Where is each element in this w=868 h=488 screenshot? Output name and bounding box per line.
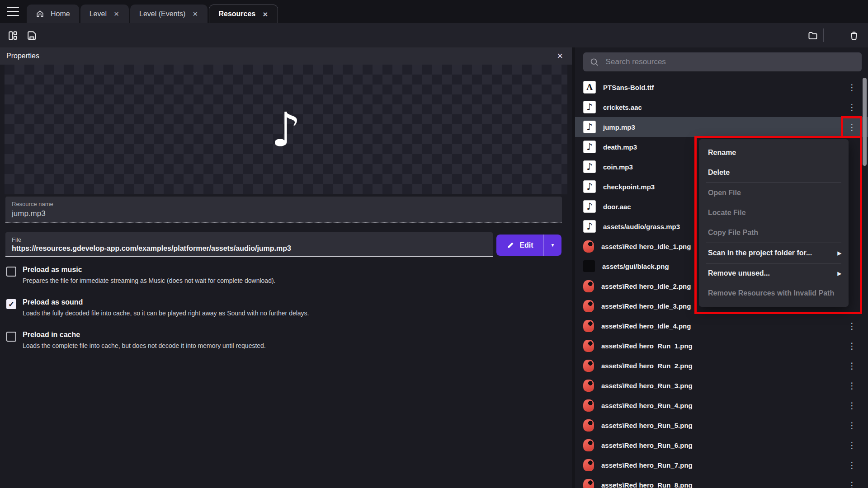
kebab-menu-icon[interactable]	[848, 361, 856, 370]
context-menu-item-label: Remove unused...	[708, 269, 770, 277]
resource-row[interactable]: assets\Red hero_Run_7.png	[575, 455, 868, 475]
pencil-icon	[506, 241, 515, 249]
resource-name: assets/gui/black.png	[602, 263, 669, 270]
tab[interactable]: Resources ×	[209, 5, 278, 23]
properties-close-icon[interactable]: ×	[557, 51, 566, 61]
resource-preview-area	[5, 65, 567, 194]
resource-row[interactable]: assets\Red hero_Run_8.png	[575, 475, 868, 488]
trash-icon[interactable]	[849, 30, 859, 41]
context-menu-item-label: Scan in the project folder for...	[708, 249, 812, 257]
folder-icon[interactable]	[807, 30, 818, 41]
kebab-menu-icon[interactable]	[848, 103, 856, 112]
save-icon[interactable]	[26, 30, 38, 41]
kebab-menu-icon[interactable]	[848, 123, 856, 131]
context-menu-item-label: Locate File	[708, 209, 746, 216]
resource-row[interactable]: PTSans-Bold.ttf	[575, 77, 868, 97]
resource-name: coin.mp3	[603, 163, 633, 171]
tab-close-icon[interactable]: ×	[113, 9, 120, 18]
resource-name: assets\Red hero_Idle_2.png	[601, 282, 691, 290]
search-bar[interactable]	[583, 52, 862, 71]
resource-name: assets\Red hero_Idle_3.png	[601, 302, 691, 310]
context-menu-item-label: Open File	[708, 189, 741, 197]
context-menu-item-label: Rename	[708, 149, 736, 156]
properties-title: Properties	[6, 52, 39, 60]
search-input[interactable]	[606, 57, 855, 66]
resource-name: assets\Red hero_Idle_4.png	[601, 322, 691, 330]
resource-row[interactable]: assets\Red hero_Run_2.png	[575, 356, 868, 375]
checkbox-description: Loads the fully decoded file into cache,…	[23, 309, 309, 318]
resource-row[interactable]: crickets.aac	[575, 97, 868, 117]
toolbar: Preview ▼ Publish	[0, 23, 868, 47]
project-manager-icon[interactable]	[7, 30, 19, 41]
resource-type-icon	[583, 121, 596, 133]
context-menu-item[interactable]: Remove unused...	[699, 263, 849, 283]
resource-row[interactable]: assets\Red hero_Run_1.png	[575, 336, 868, 356]
tab-label: Level (Events)	[139, 10, 185, 18]
context-menu-item[interactable]: Scan in the project folder for...	[699, 243, 849, 263]
resource-type-icon	[583, 160, 596, 173]
resource-type-icon	[583, 320, 594, 332]
main-menu-icon[interactable]	[7, 7, 19, 16]
resource-name: assets/audio/grass.mp3	[603, 223, 680, 230]
checkbox-row: Preload in cache Loads the complete file…	[6, 329, 458, 351]
checkbox-description: Loads the complete file into cache, but …	[23, 341, 266, 351]
resource-type-icon	[583, 439, 594, 451]
context-menu-item[interactable]: Rename	[699, 143, 849, 163]
kebab-menu-icon[interactable]	[848, 381, 856, 390]
resource-name-field[interactable]: Resource name jump.mp3	[5, 197, 562, 223]
resource-type-icon	[583, 459, 594, 471]
tab[interactable]: Level ×	[80, 5, 129, 23]
checkbox-description: Prepares the file for immediate streamin…	[23, 276, 275, 286]
resource-name: PTSans-Bold.ttf	[603, 84, 654, 91]
resource-type-icon	[583, 300, 594, 312]
file-field[interactable]: File https://resources.gdevelop-app.com/…	[5, 232, 493, 257]
scrollbar-thumb[interactable]	[863, 78, 867, 166]
resource-type-icon	[583, 81, 596, 94]
resource-type-icon	[583, 260, 595, 272]
edit-dropdown-caret[interactable]: ▼	[543, 235, 561, 256]
tab-label: Level	[90, 10, 107, 18]
resource-row[interactable]: assets\Red hero_Run_3.png	[575, 375, 868, 395]
kebab-menu-icon[interactable]	[848, 441, 856, 450]
tab[interactable]: Level (Events) ×	[130, 5, 208, 23]
resource-name: door.aac	[603, 203, 631, 211]
context-menu-item: Open File	[699, 183, 849, 203]
preload-options: Preload as music Prepares the file for i…	[6, 264, 458, 362]
checkbox[interactable]	[6, 332, 16, 342]
kebab-menu-icon[interactable]	[848, 421, 856, 430]
kebab-menu-icon[interactable]	[848, 83, 856, 92]
kebab-menu-icon[interactable]	[848, 322, 856, 330]
kebab-menu-icon[interactable]	[848, 342, 856, 350]
resource-type-icon	[583, 380, 594, 392]
kebab-menu-icon[interactable]	[848, 461, 856, 469]
resource-name-value: jump.mp3	[12, 209, 556, 218]
resource-type-icon	[583, 200, 596, 213]
resource-name: death.mp3	[603, 143, 637, 151]
resource-row[interactable]: assets\Red hero_Run_5.png	[575, 415, 868, 435]
kebab-menu-icon[interactable]	[848, 401, 856, 410]
tab-close-icon[interactable]: ×	[262, 10, 269, 19]
file-value: https://resources.gdevelop-app.com/examp…	[12, 244, 486, 253]
tab[interactable]: Home ×	[27, 5, 79, 23]
properties-header: Properties ×	[0, 47, 572, 65]
resource-type-icon	[583, 220, 596, 233]
kebab-menu-icon[interactable]	[848, 481, 856, 488]
context-menu-item: Remove Resources with Invalid Path	[699, 283, 849, 303]
resource-row[interactable]: jump.mp3	[575, 117, 868, 137]
resource-row[interactable]: assets\Red hero_Run_6.png	[575, 435, 868, 455]
edit-button[interactable]: Edit ▼	[496, 235, 561, 256]
context-menu-item[interactable]: Delete	[699, 163, 849, 183]
music-note-icon	[271, 106, 301, 153]
context-menu-item-label: Copy File Path	[708, 229, 758, 236]
resource-type-icon	[583, 180, 596, 193]
checkbox[interactable]	[6, 267, 16, 277]
resource-type-icon	[583, 399, 594, 412]
properties-panel: Properties × Resource name jump.mp3 File…	[0, 47, 572, 488]
tab-close-icon[interactable]: ×	[192, 9, 198, 18]
resource-name: assets\Red hero_Run_8.png	[601, 481, 693, 488]
resource-row[interactable]: assets\Red hero_Run_4.png	[575, 395, 868, 415]
checkbox-label: Preload in cache	[23, 329, 266, 340]
resource-type-icon	[583, 340, 594, 352]
checkbox[interactable]	[6, 299, 16, 309]
resource-row[interactable]: assets\Red hero_Idle_4.png	[575, 316, 868, 336]
